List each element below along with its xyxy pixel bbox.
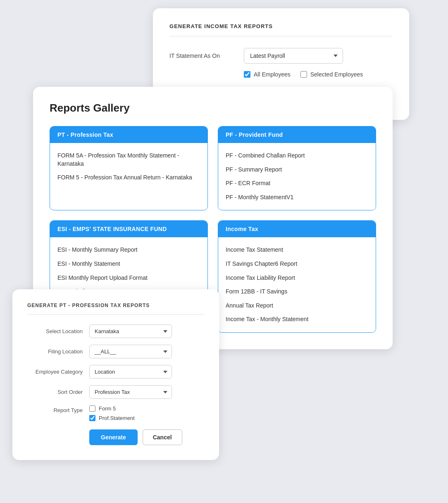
pt-section-header: PT - Profession Tax: [50, 126, 207, 143]
list-item[interactable]: FORM 5A - Profession Tax Monthly Stateme…: [57, 149, 200, 171]
selected-employees-label: Selected Employees: [310, 71, 363, 78]
pt-cancel-button[interactable]: Cancel: [143, 429, 182, 445]
esi-section-header: ESI - EMPS' STATE INSURANCE FUND: [50, 221, 207, 237]
all-employees-checkbox-label[interactable]: All Employees: [244, 71, 291, 78]
selected-employees-checkbox-label[interactable]: Selected Employees: [300, 71, 363, 78]
it-reports-title: GENERATE INCOME TAX REPORTS: [169, 23, 393, 36]
selected-employees-checkbox[interactable]: [300, 71, 307, 78]
pt-section-body: FORM 5A - Profession Tax Monthly Stateme…: [50, 143, 207, 191]
prof-statement-label: Prof.Statement: [99, 415, 135, 421]
list-item[interactable]: PF - ECR Format: [226, 176, 368, 191]
form5-checkbox[interactable]: [89, 405, 95, 412]
list-item[interactable]: Income Tax Statement: [226, 243, 368, 257]
list-item[interactable]: Form 12BB - IT Savings: [226, 285, 368, 299]
filing-location-row: Filing Location __ALL__ Bangalore Mumbai: [27, 345, 204, 358]
list-item[interactable]: FORM 5 - Profession Tax Annual Return - …: [57, 171, 200, 185]
employee-category-label: Employee Category: [27, 369, 89, 375]
pf-section: PF - Provident Fund PF - Combined Challa…: [218, 126, 376, 210]
employee-category-row: Employee Category Location Department Gr…: [27, 365, 204, 379]
it-statement-row: IT Statement As On Latest Payroll Curren…: [169, 48, 393, 64]
list-item[interactable]: Income Tax Liability Report: [226, 271, 368, 285]
report-type-checkboxes: Form 5 Prof.Statement: [89, 405, 135, 421]
form5-label: Form 5: [99, 405, 116, 412]
form5-checkbox-label[interactable]: Form 5: [89, 405, 135, 412]
income-tax-section: Income Tax Income Tax Statement IT Savin…: [218, 220, 376, 333]
sort-order-row: Sort Order Profession Tax Employee Name …: [27, 385, 204, 399]
report-type-label: Report Type: [27, 405, 89, 413]
prof-statement-checkbox-label[interactable]: Prof.Statement: [89, 415, 135, 421]
list-item[interactable]: PF - Monthly StatementV1: [226, 191, 368, 205]
list-item[interactable]: ESI Monthly Report Upload Format: [57, 271, 200, 285]
list-item[interactable]: Annual Tax Report: [226, 299, 368, 313]
pt-form-buttons: Generate Cancel: [89, 429, 204, 445]
pt-generate-button[interactable]: Generate: [89, 429, 138, 445]
sort-order-label: Sort Order: [27, 389, 89, 395]
income-tax-section-body: Income Tax Statement IT Savings Chapter6…: [218, 237, 376, 332]
gallery-title: Reports Gallery: [50, 102, 376, 114]
list-item[interactable]: ESI - Monthly Statement: [57, 257, 200, 271]
employee-filter-row: All Employees Selected Employees: [244, 71, 393, 78]
all-employees-checkbox[interactable]: [244, 71, 250, 78]
list-item[interactable]: Income Tax - Monthly Statement: [226, 312, 368, 327]
select-location-select[interactable]: Karnataka Maharashtra Tamil Nadu: [89, 324, 172, 338]
list-item[interactable]: ESI - Monthly Summary Report: [57, 243, 200, 257]
report-type-row: Report Type Form 5 Prof.Statement: [27, 405, 204, 421]
pt-form-title: GENERATE PT - PROFESSION TAX REPORTS: [27, 303, 204, 315]
income-tax-section-header: Income Tax: [218, 221, 376, 237]
pf-section-body: PF - Combined Challan Report PF - Summar…: [218, 143, 376, 210]
it-statement-select[interactable]: Latest Payroll Current Month Previous Mo…: [244, 48, 343, 64]
filing-location-select[interactable]: __ALL__ Bangalore Mumbai: [89, 345, 172, 358]
sort-order-select[interactable]: Profession Tax Employee Name Employee Co…: [89, 385, 172, 399]
all-employees-label: All Employees: [254, 71, 291, 78]
filing-location-label: Filing Location: [27, 348, 89, 355]
list-item[interactable]: PF - Summary Report: [226, 163, 368, 177]
pt-section: PT - Profession Tax FORM 5A - Profession…: [50, 126, 208, 210]
list-item[interactable]: PF - Combined Challan Report: [226, 149, 368, 163]
select-location-row: Select Location Karnataka Maharashtra Ta…: [27, 324, 204, 338]
pf-section-header: PF - Provident Fund: [218, 126, 376, 143]
it-statement-label: IT Statement As On: [169, 52, 244, 59]
employee-category-select[interactable]: Location Department Grade: [89, 365, 172, 379]
prof-statement-checkbox[interactable]: [89, 415, 95, 421]
pt-form-card: GENERATE PT - PROFESSION TAX REPORTS Sel…: [12, 289, 219, 460]
list-item[interactable]: IT Savings Chapter6 Report: [226, 257, 368, 271]
select-location-label: Select Location: [27, 328, 89, 334]
